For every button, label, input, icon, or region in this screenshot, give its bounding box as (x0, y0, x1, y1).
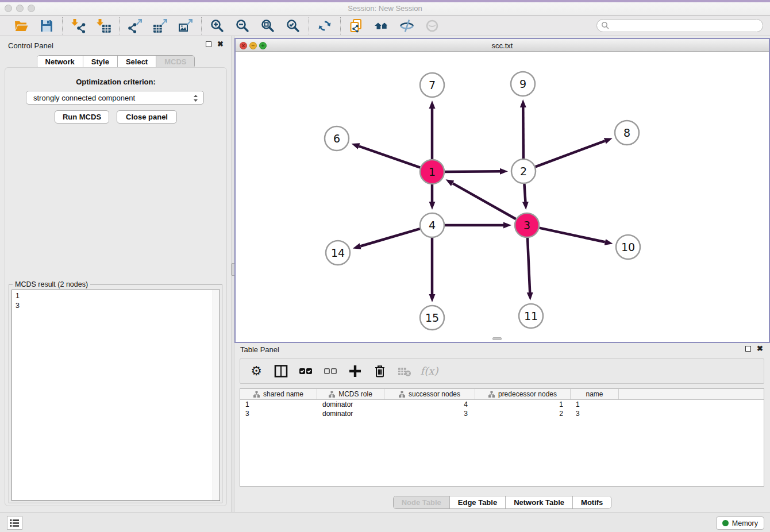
criterion-select[interactable]: strongly connected component (26, 91, 204, 105)
tab-style[interactable]: Style (83, 56, 118, 68)
edge-3-1[interactable] (453, 183, 516, 219)
node-label: 6 (333, 132, 340, 145)
table-row[interactable]: 3dominator323 (240, 409, 764, 418)
tab-network[interactable]: Network (37, 56, 83, 68)
node-15[interactable]: 15 (420, 306, 444, 330)
table-cell[interactable]: 3 (571, 409, 619, 418)
table-cell[interactable]: 3 (384, 409, 475, 418)
zoom-in-button[interactable] (209, 18, 225, 34)
network-window-titlebar[interactable]: × − + scc.txt (236, 39, 769, 52)
node-label: 2 (520, 165, 527, 178)
browser-home-button[interactable] (374, 18, 390, 34)
column-header-successor-nodes[interactable]: successor nodes (384, 389, 475, 399)
table-tab-edge-table[interactable]: Edge Table (450, 496, 506, 508)
node-1[interactable]: 1 (420, 160, 444, 184)
column-header-label: predecessor nodes (498, 390, 557, 398)
import-table-button[interactable] (95, 18, 111, 34)
table-cell[interactable]: 1 (240, 400, 317, 409)
edge-2-9[interactable] (523, 107, 523, 159)
network-hscrollbar[interactable] (492, 337, 502, 340)
edge-1-2[interactable] (445, 171, 500, 172)
mcds-result-line: 1 (16, 291, 220, 301)
table-panel-close-button[interactable]: ✖ (757, 346, 763, 352)
table-tabs: Node TableEdge TableNetwork TableMotifs (234, 496, 770, 509)
control-panel-float-button[interactable] (206, 41, 211, 47)
table-cell[interactable]: 1 (571, 400, 619, 409)
node-6[interactable]: 6 (325, 126, 349, 151)
column-pane-button[interactable] (273, 363, 289, 379)
mcds-result-textarea[interactable]: 13 (11, 290, 220, 501)
memory-button[interactable]: Memory (716, 516, 764, 530)
node-label: 14 (331, 246, 345, 259)
result-scrollbar[interactable] (213, 290, 220, 500)
table-cell[interactable]: 3 (240, 409, 317, 418)
show-graphics-button[interactable] (424, 18, 440, 34)
table-cell[interactable]: dominator (317, 409, 384, 418)
node-8[interactable]: 8 (615, 121, 639, 145)
edge-4-14[interactable] (360, 229, 420, 246)
control-panel-close-button[interactable]: ✖ (217, 41, 224, 47)
refresh-view-button[interactable] (317, 18, 333, 34)
function-builder-button[interactable]: f(x) (421, 363, 437, 379)
edge-2-3[interactable] (524, 184, 525, 202)
task-history-button[interactable] (7, 516, 22, 530)
node-3[interactable]: 3 (515, 213, 539, 237)
export-image-icon (178, 18, 193, 33)
network-canvas[interactable]: 7968124314101511 (236, 52, 769, 342)
criterion-value: strongly connected component (33, 94, 135, 102)
run-mcds-button[interactable]: Run MCDS (55, 110, 109, 124)
search-input[interactable] (596, 19, 763, 32)
node-10[interactable]: 10 (616, 235, 640, 259)
save-session-button[interactable] (38, 18, 55, 34)
select-all-columns-button[interactable] (298, 363, 314, 379)
node-label: 9 (519, 78, 526, 90)
table-row[interactable]: 1dominator411 (240, 400, 764, 409)
table-cell[interactable]: 1 (475, 400, 571, 409)
column-header-MCDS-role[interactable]: MCDS role (317, 389, 384, 399)
add-column-button[interactable] (347, 363, 363, 379)
tab-mcds[interactable]: MCDS (156, 56, 194, 68)
table-cell[interactable]: 2 (475, 409, 571, 418)
duplicate-network-button[interactable] (348, 18, 364, 34)
delete-table-button[interactable] (396, 363, 413, 379)
control-panel-title: Control Panel (8, 41, 53, 50)
table-settings-button[interactable]: ⚙ (248, 363, 264, 379)
node-2[interactable]: 2 (511, 159, 536, 183)
edge-3-10[interactable] (540, 228, 605, 242)
hide-graphics-button[interactable] (399, 18, 415, 34)
delete-column-icon (372, 364, 387, 379)
table-tab-node-table[interactable]: Node Table (394, 496, 450, 508)
table-panel-float-button[interactable] (745, 346, 751, 352)
delete-column-button[interactable] (372, 363, 388, 379)
tab-select[interactable]: Select (118, 56, 156, 68)
zoom-selected-button[interactable] (285, 18, 301, 34)
column-pane-icon (274, 364, 288, 379)
node-11[interactable]: 11 (519, 304, 543, 328)
column-header-predecessor-nodes[interactable]: predecessor nodes (475, 389, 571, 399)
export-network-button[interactable] (127, 18, 143, 34)
edge-2-8[interactable] (536, 141, 605, 167)
table-tab-network-table[interactable]: Network Table (506, 496, 573, 508)
network-view-window: × − + scc.txt 7968124314101511 (234, 38, 770, 343)
close-panel-button[interactable]: Close panel (117, 110, 177, 124)
zoom-fit-button[interactable] (260, 18, 276, 34)
edge-3-11[interactable] (528, 238, 530, 292)
export-image-button[interactable] (178, 18, 194, 34)
import-network-button[interactable] (70, 18, 86, 34)
zoom-out-button[interactable] (234, 18, 251, 34)
node-9[interactable]: 9 (511, 72, 535, 96)
edge-1-6[interactable] (359, 147, 421, 168)
column-header-label: shared name (263, 390, 303, 398)
table-cell[interactable]: dominator (317, 400, 384, 409)
column-header-shared-name[interactable]: shared name (240, 389, 317, 399)
column-header-name[interactable]: name (571, 389, 619, 399)
table-tab-motifs[interactable]: Motifs (573, 496, 611, 508)
node-14[interactable]: 14 (326, 241, 350, 265)
node-7[interactable]: 7 (420, 73, 444, 97)
deselect-all-columns-button[interactable] (322, 363, 338, 379)
open-session-button[interactable] (13, 18, 29, 34)
node-label: 4 (429, 219, 436, 232)
export-table-button[interactable] (152, 18, 168, 34)
table-cell[interactable]: 4 (384, 400, 475, 409)
node-4[interactable]: 4 (420, 213, 444, 237)
